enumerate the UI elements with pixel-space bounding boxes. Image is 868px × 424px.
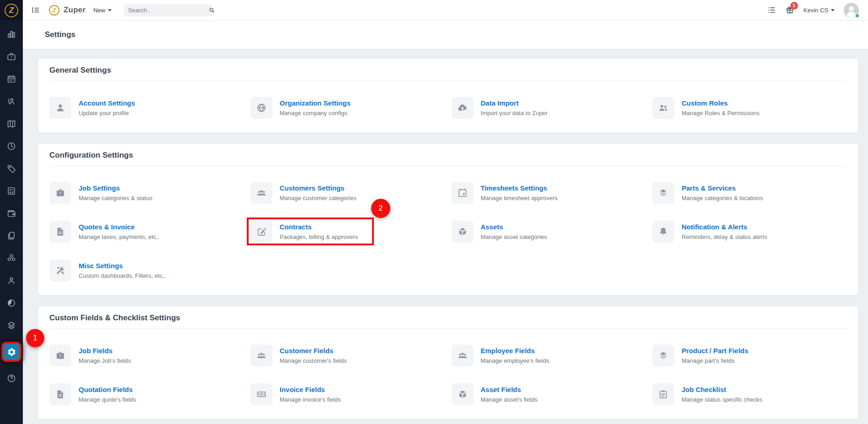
sidebar-item-briefcase-icon[interactable] bbox=[5, 50, 18, 63]
sidebar-item-person-circle-icon[interactable] bbox=[5, 95, 18, 108]
card-text: Product / Part FieldsManage part's field… bbox=[682, 344, 748, 364]
card-text: Employee FieldsManage employee's fields bbox=[481, 344, 549, 364]
user-menu[interactable]: Kevin CS bbox=[804, 7, 835, 14]
card-text: Invoice FieldsManage invoice's fields bbox=[280, 383, 341, 403]
card-parts-services[interactable]: Parts & ServicesManage categories & loca… bbox=[652, 182, 847, 204]
gift-count-badge: 5 bbox=[790, 2, 798, 10]
card-employee-fields[interactable]: Employee FieldsManage employee's fields bbox=[452, 344, 646, 366]
card-data-import[interactable]: Data ImportImport your data to Zuper bbox=[452, 97, 646, 119]
card-text: Customers SettingsManage customer catego… bbox=[280, 182, 357, 201]
user-name: Kevin CS bbox=[804, 7, 828, 14]
sidebar: Z 1 bbox=[0, 0, 23, 424]
annotation-step-1-badge: 1 bbox=[26, 329, 44, 347]
avatar[interactable] bbox=[844, 3, 859, 18]
card-text: Asset FieldsManage asset's fields bbox=[481, 383, 538, 403]
card-custom-roles[interactable]: Custom RolesManage Roles & Permissions bbox=[652, 97, 847, 119]
card-text: Misc SettingsCustom dashboards, Filters,… bbox=[79, 260, 166, 279]
card-quotes-invoice[interactable]: Quotes & InvoiceManage taxes, payments, … bbox=[49, 221, 244, 243]
card-customer-fields[interactable]: Customer FieldsManage customer's fields bbox=[250, 344, 445, 366]
card-title: Customers Settings bbox=[280, 184, 357, 192]
card-assets[interactable]: AssetsManage asset categories bbox=[452, 221, 646, 243]
list-bullets-icon[interactable] bbox=[767, 5, 776, 15]
sidebar-item-map-icon[interactable] bbox=[5, 117, 18, 130]
edit-square-icon bbox=[250, 221, 272, 243]
section-title: Configuration Settings bbox=[49, 151, 847, 160]
card-title: Parts & Services bbox=[682, 184, 763, 192]
zuper-logo-icon: Z bbox=[5, 4, 18, 17]
card-notification-alerts[interactable]: Notification & AlertsReminders, delay & … bbox=[652, 221, 847, 243]
card-text: Quotes & InvoiceManage taxes, payments, … bbox=[79, 221, 160, 240]
card-subtitle: Import your data to Zuper bbox=[481, 110, 548, 117]
card-title: Job Fields bbox=[79, 347, 131, 355]
people-icon bbox=[652, 97, 674, 119]
card-title: Assets bbox=[481, 223, 547, 231]
section-custom-fields-checklist-settings: Custom Fields & Checklist SettingsJob Fi… bbox=[38, 307, 858, 419]
menu-indent-icon[interactable] bbox=[31, 5, 40, 15]
tools-icon bbox=[49, 260, 71, 281]
card-subtitle: Manage customer's fields bbox=[280, 357, 347, 364]
sidebar-item-cubes-icon[interactable] bbox=[5, 252, 18, 265]
card-text: Custom RolesManage Roles & Permissions bbox=[682, 97, 760, 117]
card-account-settings[interactable]: Account SettingsUpdate your profile bbox=[49, 97, 244, 119]
page-header: Settings bbox=[23, 21, 868, 49]
search-box bbox=[124, 4, 212, 16]
card-title: Job Settings bbox=[79, 184, 152, 192]
section-title: Custom Fields & Checklist Settings bbox=[49, 313, 847, 323]
card-text: AssetsManage asset categories bbox=[481, 221, 547, 240]
card-title: Data Import bbox=[481, 99, 548, 107]
sidebar-item-pages-icon[interactable] bbox=[5, 229, 18, 242]
section-configuration-settings: Configuration SettingsJob SettingsManage… bbox=[38, 144, 858, 295]
new-dropdown[interactable]: New bbox=[93, 7, 112, 14]
chevron-down-icon bbox=[831, 9, 835, 11]
card-job-settings[interactable]: Job SettingsManage categories & status bbox=[49, 182, 244, 204]
card-title: Customer Fields bbox=[280, 347, 347, 355]
card-title: Custom Roles bbox=[682, 99, 760, 107]
gift-icon[interactable]: 5 bbox=[785, 5, 794, 15]
card-product-part-fields[interactable]: Product / Part FieldsManage part's field… bbox=[652, 344, 847, 366]
sidebar-item-pie-chart-icon[interactable] bbox=[5, 297, 18, 309]
card-subtitle: Manage invoice's fields bbox=[280, 396, 341, 403]
card-text: Data ImportImport your data to Zuper bbox=[481, 97, 548, 117]
sidebar-item-calculator-icon[interactable] bbox=[5, 185, 18, 197]
search-input[interactable] bbox=[128, 7, 208, 14]
card-subtitle: Manage employee's fields bbox=[481, 357, 549, 364]
calendar-icon bbox=[452, 182, 474, 204]
topbar: Z Zuper New 5 Kevin CS bbox=[23, 0, 868, 21]
card-invoice-fields[interactable]: Invoice FieldsManage invoice's fields bbox=[250, 383, 445, 405]
card-timesheets-settings[interactable]: Timesheets SettingsManage timesheet appr… bbox=[452, 182, 646, 204]
search-icon[interactable] bbox=[208, 7, 215, 14]
card-job-checklist[interactable]: Job ChecklistManage status specific chec… bbox=[652, 383, 847, 405]
card-asset-fields[interactable]: Asset FieldsManage asset's fields bbox=[452, 383, 646, 405]
sidebar-item-gear-icon[interactable]: 1 bbox=[3, 344, 20, 360]
sidebar-item-calendar-icon[interactable] bbox=[5, 73, 18, 85]
topbar-right: 5 Kevin CS bbox=[767, 3, 859, 18]
cloud-upload-icon bbox=[452, 97, 474, 119]
sidebar-item-user-icon[interactable] bbox=[5, 274, 18, 287]
sidebar-item-bar-chart-icon[interactable] bbox=[5, 28, 18, 41]
card-text: Job ChecklistManage status specific chec… bbox=[682, 383, 762, 403]
card-quotation-fields[interactable]: Quotation FieldsManage quote's fields bbox=[49, 383, 244, 405]
card-contracts[interactable]: ContractsPackages, billing & approvers2 bbox=[250, 221, 445, 243]
sidebar-item-help-icon[interactable] bbox=[5, 372, 18, 385]
card-misc-settings[interactable]: Misc SettingsCustom dashboards, Filters,… bbox=[49, 260, 244, 281]
sidebar-item-tag-icon[interactable] bbox=[5, 162, 18, 175]
sidebar-item-clock-icon[interactable] bbox=[5, 140, 18, 153]
card-job-fields[interactable]: Job FieldsManage Job's fields bbox=[49, 344, 244, 366]
brand[interactable]: Z Zuper bbox=[49, 5, 85, 16]
card-subtitle: Manage quote's fields bbox=[79, 396, 136, 403]
users3-icon bbox=[452, 344, 474, 366]
page-title: Settings bbox=[45, 30, 75, 39]
briefcase-icon bbox=[49, 182, 71, 204]
card-subtitle: Reminders, delay & status alerts bbox=[682, 233, 767, 240]
card-organization-settings[interactable]: Organization SettingsManage company conf… bbox=[250, 97, 445, 119]
card-customers-settings[interactable]: Customers SettingsManage customer catego… bbox=[250, 182, 445, 204]
card-text: Quotation FieldsManage quote's fields bbox=[79, 383, 136, 403]
section-divider bbox=[49, 81, 847, 81]
sidebar-logo[interactable]: Z bbox=[0, 0, 23, 21]
section-grid: Account SettingsUpdate your profileOrgan… bbox=[49, 97, 847, 119]
card-text: Parts & ServicesManage categories & loca… bbox=[682, 182, 763, 201]
card-subtitle: Update your profile bbox=[79, 110, 135, 117]
sidebar-item-wallet-icon[interactable] bbox=[5, 207, 18, 220]
card-text: Organization SettingsManage company conf… bbox=[280, 97, 351, 117]
sidebar-item-layers-icon[interactable] bbox=[5, 319, 18, 332]
